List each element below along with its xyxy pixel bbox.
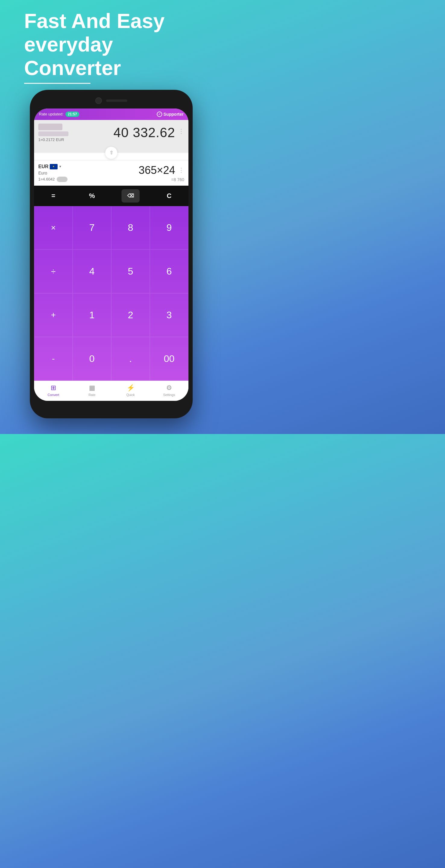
key-2[interactable]: 2: [111, 293, 150, 337]
equals-button[interactable]: =: [44, 189, 62, 203]
key-dot[interactable]: .: [111, 337, 150, 381]
phone-speaker: [106, 99, 127, 102]
divide-key[interactable]: ÷: [34, 250, 73, 293]
swap-button[interactable]: ⇧: [105, 147, 117, 159]
nav-settings-label: Settings: [163, 393, 175, 397]
app-header: Rate updated: 21:57 ✓ Supporter: [34, 108, 188, 120]
bottom-currency-row[interactable]: EUR ★ ▼ Euro 1=4.6042 365×24 ⋮ =8 760: [34, 160, 188, 186]
multiply-key[interactable]: ×: [34, 206, 73, 250]
operator-row: = % ⌫ C: [34, 186, 188, 206]
headline-text: Fast And Easy everyday Converter: [24, 9, 198, 80]
key-00[interactable]: 00: [150, 337, 188, 381]
top-currency-amount: 40 332.62: [113, 125, 175, 140]
eur-toggle[interactable]: [57, 177, 67, 182]
eur-name: Euro: [38, 170, 139, 176]
rate-icon: ▦: [89, 384, 95, 392]
rate-updated: Rate updated: 21:57: [39, 112, 79, 117]
key-8[interactable]: 8: [111, 206, 150, 250]
clear-button[interactable]: C: [160, 189, 178, 203]
top-currency-flag: [38, 124, 62, 130]
supporter-check-icon: ✓: [157, 112, 162, 117]
phone-screen: Rate updated: 21:57 ✓ Supporter 1=0.2172…: [34, 108, 188, 401]
nav-convert[interactable]: ⊞ Convert: [43, 384, 64, 397]
eur-code: EUR: [38, 164, 49, 169]
keypad-section: = % ⌫ C × 7 8 9 ÷ 4 5 6 + 1 2 3 - 0: [34, 186, 188, 381]
settings-icon: ⚙: [166, 384, 172, 392]
nav-quick-label: Quick: [126, 393, 135, 397]
headline-section: Fast And Easy everyday Converter: [0, 0, 222, 90]
bottom-currency-menu-icon[interactable]: ⋮: [178, 166, 184, 174]
nav-settings[interactable]: ⚙ Settings: [158, 384, 180, 397]
numpad: × 7 8 9 ÷ 4 5 6 + 1 2 3 - 0 . 00: [34, 206, 188, 381]
key-6[interactable]: 6: [150, 250, 188, 293]
key-1[interactable]: 1: [73, 293, 111, 337]
key-7[interactable]: 7: [73, 206, 111, 250]
key-5[interactable]: 5: [111, 250, 150, 293]
key-9[interactable]: 9: [150, 206, 188, 250]
nav-quick[interactable]: ⚡ Quick: [120, 384, 141, 397]
bottom-currency-left: EUR ★ ▼ Euro 1=4.6042: [38, 164, 139, 182]
top-currency-flag2: [38, 131, 68, 136]
bottom-nav: ⊞ Convert ▦ Rate ⚡ Quick ⚙ Settings: [34, 381, 188, 401]
supporter-label: Supporter: [164, 112, 184, 117]
key-4[interactable]: 4: [73, 250, 111, 293]
nav-convert-label: Convert: [48, 393, 59, 397]
eur-rate-row: 1=4.6042: [38, 177, 139, 182]
quick-icon: ⚡: [127, 384, 135, 392]
top-currency-menu-icon[interactable]: ⋮: [178, 127, 184, 135]
headline-underline: [24, 83, 90, 84]
subtract-key[interactable]: -: [34, 337, 73, 381]
nav-rate[interactable]: ▦ Rate: [81, 384, 102, 397]
phone-shell: Rate updated: 21:57 ✓ Supporter 1=0.2172…: [30, 90, 192, 418]
eur-info: EUR ★ ▼: [38, 164, 139, 169]
eu-flag-icon: ★: [50, 164, 58, 169]
top-currency-row[interactable]: 1=0.2172 EUR 40 332.62 ⋮: [34, 120, 188, 146]
bottom-currency-result: =8 760: [171, 177, 184, 182]
key-0[interactable]: 0: [73, 337, 111, 381]
nav-rate-label: Rate: [88, 393, 95, 397]
rate-time-badge: 21:57: [65, 112, 80, 117]
supporter-badge[interactable]: ✓ Supporter: [157, 112, 184, 117]
phone-camera: [95, 97, 102, 104]
eur-rate: 1=4.6042: [38, 177, 55, 181]
backspace-button[interactable]: ⌫: [121, 189, 140, 203]
key-3[interactable]: 3: [150, 293, 188, 337]
chevron-up-icon: ⇧: [110, 150, 113, 156]
rate-label: Rate updated:: [39, 112, 64, 116]
top-currency-rate: 1=0.2172 EUR: [38, 137, 113, 142]
phone-top-bar: [34, 94, 188, 107]
bottom-currency-amount: 365×24: [139, 164, 175, 177]
dropdown-arrow-icon[interactable]: ▼: [59, 165, 62, 168]
swap-container: ⇧: [34, 146, 188, 160]
add-key[interactable]: +: [34, 293, 73, 337]
percent-button[interactable]: %: [83, 189, 101, 203]
top-currency-left: 1=0.2172 EUR: [38, 124, 113, 142]
convert-icon: ⊞: [51, 384, 56, 392]
